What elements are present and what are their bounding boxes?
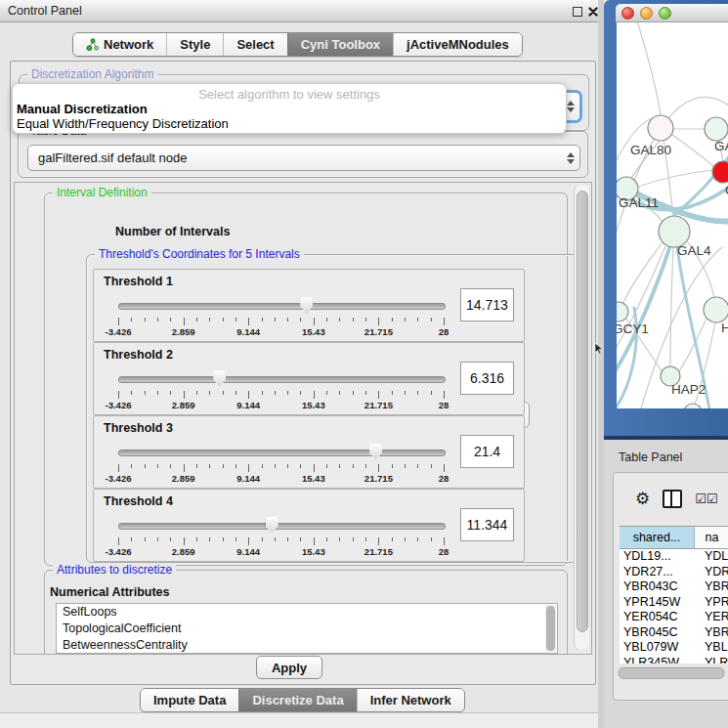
tab-select[interactable]: Select [223, 33, 286, 56]
network-graph: GAL80GACGAL11GAL4GCY1HHAP2 [617, 22, 728, 408]
scrollbar-thumb[interactable] [577, 191, 588, 632]
scrollbar-thumb[interactable] [546, 606, 555, 651]
columns-icon[interactable] [663, 490, 682, 508]
threshold-value-field[interactable]: 21.4 [460, 435, 514, 468]
control-panel: Control Panel NetworkStyleSelectCyni Too… [0, 0, 606, 728]
threshold-row-1: Threshold 1-3.4262.8599.14415.4321.71528… [93, 269, 525, 342]
table-row[interactable]: YBR043CYBR0 [620, 579, 728, 595]
threshold-label: Threshold 4 [104, 494, 173, 508]
network-canvas[interactable]: GAL80GACGAL11GAL4GCY1HHAP2 [617, 22, 728, 408]
tab-label: Select [236, 37, 274, 52]
attribute-item[interactable]: SelfLoops [57, 604, 557, 621]
table-row[interactable]: YPR145WYPR1 [620, 595, 728, 611]
cyni-mode-tab-bar: Impute DataDiscretize DataInfer Network [140, 688, 465, 712]
table-hscrollbar[interactable] [617, 666, 726, 678]
float-icon [573, 7, 582, 17]
threshold-slider[interactable]: -3.4262.8599.14415.4321.71528 [118, 517, 444, 550]
svg-text:GAL4: GAL4 [677, 243, 711, 258]
slider-ticks [118, 318, 444, 325]
slider-ticks [118, 464, 444, 472]
tab-impute-data[interactable]: Impute Data [141, 689, 238, 711]
gear-icon[interactable]: ⚙ [635, 489, 650, 509]
slider-handle-icon[interactable] [300, 297, 313, 314]
table-row[interactable]: YER054CYER0 [620, 610, 728, 625]
table-data-select[interactable]: galFiltered.sif default node [27, 145, 580, 171]
minimize-traffic-light-icon[interactable] [640, 7, 653, 20]
control-panel-title: Control Panel [8, 4, 82, 18]
svg-text:HAP2: HAP2 [671, 382, 706, 397]
slider-handle-icon[interactable] [213, 370, 226, 387]
table-panel-title: Table Panel [619, 450, 682, 464]
slider-handle-icon[interactable] [266, 517, 278, 534]
tab-jactivemnodules[interactable]: jActiveMNodules [393, 33, 522, 56]
table-toolbar: ⚙ ☑☑ [614, 473, 728, 524]
algorithm-option-equal-width[interactable]: Equal Width/Frequency Discretization [17, 116, 229, 131]
close-traffic-light-icon[interactable] [621, 7, 634, 20]
tab-cyni-toolbox[interactable]: Cyni Toolbox [287, 33, 393, 56]
slider-track[interactable] [118, 450, 446, 456]
threshold-value-field[interactable]: 6.316 [460, 362, 514, 395]
interval-definition-group: Interval Definition Number of Intervals … [44, 193, 568, 566]
attribute-item[interactable]: TopologicalCoefficient [57, 621, 557, 637]
tab-infer-network[interactable]: Infer Network [357, 689, 464, 711]
table-row[interactable]: YDR27...YDR2 [620, 565, 728, 580]
column-header-shared-name[interactable]: shared... [620, 527, 695, 548]
table-row[interactable]: YLR345WYLR3 [620, 656, 728, 664]
network-view-window: GAL80GACGAL11GAL4GCY1HHAP2 [604, 0, 728, 440]
algorithm-placeholder-item[interactable]: Select algorithm to view settings [13, 87, 566, 102]
slider-handle-icon[interactable] [369, 444, 382, 460]
checkbox-checked-icon[interactable]: ☑ [707, 492, 718, 506]
float-window-button[interactable] [571, 5, 583, 18]
threshold-row-2: Threshold 2-3.4262.8599.14415.4321.71528… [93, 342, 525, 415]
threshold-label: Threshold 1 [104, 275, 173, 288]
scrollbar-thumb[interactable] [619, 667, 724, 679]
tab-label: Infer Network [370, 693, 451, 707]
algorithm-dropdown-popup: Select algorithm to view settings Manual… [12, 83, 567, 134]
discretization-algorithm-group-title: Discretization Algorithm [27, 67, 157, 81]
checkbox-group: ☑☑ [695, 490, 717, 507]
slider-track[interactable] [118, 523, 446, 530]
slider-scale-labels: -3.4262.8599.14415.4321.71528 [118, 400, 444, 411]
settings-scrollbar[interactable] [574, 185, 589, 650]
column-header-name[interactable]: na [695, 527, 728, 548]
threshold-slider[interactable]: -3.4262.8599.14415.4321.71528 [118, 444, 444, 477]
slider-track[interactable] [118, 376, 446, 383]
slider-scale-labels: -3.4262.8599.14415.4321.71528 [118, 546, 444, 558]
tab-label: Style [180, 37, 210, 52]
table-panel: ⚙ ☑☑ shared... na YDL19...YDL1YDR27...YD… [613, 472, 728, 701]
tab-style[interactable]: Style [166, 33, 223, 56]
slider-ticks [118, 391, 444, 399]
attribute-item[interactable]: BetweennessCentrality [57, 637, 557, 654]
tab-label: Cyni Toolbox [301, 37, 380, 52]
tab-discretize-data[interactable]: Discretize Data [238, 689, 356, 711]
slider-track[interactable] [118, 303, 446, 310]
slider-scale-labels: -3.4262.8599.14415.4321.71528 [118, 473, 444, 485]
threshold-value-field[interactable]: 11.344 [460, 508, 514, 541]
threshold-label: Threshold 2 [104, 348, 173, 362]
checkbox-checked-icon[interactable]: ☑ [695, 492, 707, 506]
numerical-attributes-list[interactable]: SelfLoopsTopologicalCoefficientBetweenne… [56, 603, 558, 654]
threshold-slider[interactable]: -3.4262.8599.14415.4321.71528 [118, 297, 444, 330]
svg-text:GCY1: GCY1 [617, 321, 649, 336]
attributes-scrollbar[interactable] [545, 605, 556, 652]
tab-network[interactable]: Network [73, 33, 166, 56]
attributes-group-title: Attributes to discretize [53, 563, 176, 577]
network-window-titlebar[interactable] [616, 4, 728, 22]
zoom-traffic-light-icon[interactable] [659, 7, 671, 20]
interval-definition-title: Interval Definition [53, 186, 151, 199]
slider-ticks [118, 537, 444, 545]
tab-label: jActiveMNodules [407, 37, 509, 52]
algorithm-option-manual[interactable]: Manual Discretization [17, 102, 148, 116]
network-icon [86, 38, 99, 51]
table-row[interactable]: YBL079WYBL0 [620, 640, 728, 656]
tab-label: Discretize Data [252, 693, 343, 707]
apply-button[interactable]: Apply [256, 656, 322, 679]
svg-text:H: H [721, 321, 728, 335]
table-row[interactable]: YBR045CYBR0 [620, 625, 728, 641]
threshold-value-field[interactable]: 14.713 [460, 288, 514, 321]
table-rows: YDL19...YDL1YDR27...YDR2YBR043CYBR0YPR14… [620, 549, 728, 664]
table-row[interactable]: YDL19...YDL1 [620, 549, 728, 565]
combo-stepper-icon [562, 152, 579, 164]
threshold-slider[interactable]: -3.4262.8599.14415.4321.71528 [118, 370, 444, 404]
tab-label: Network [104, 37, 153, 52]
